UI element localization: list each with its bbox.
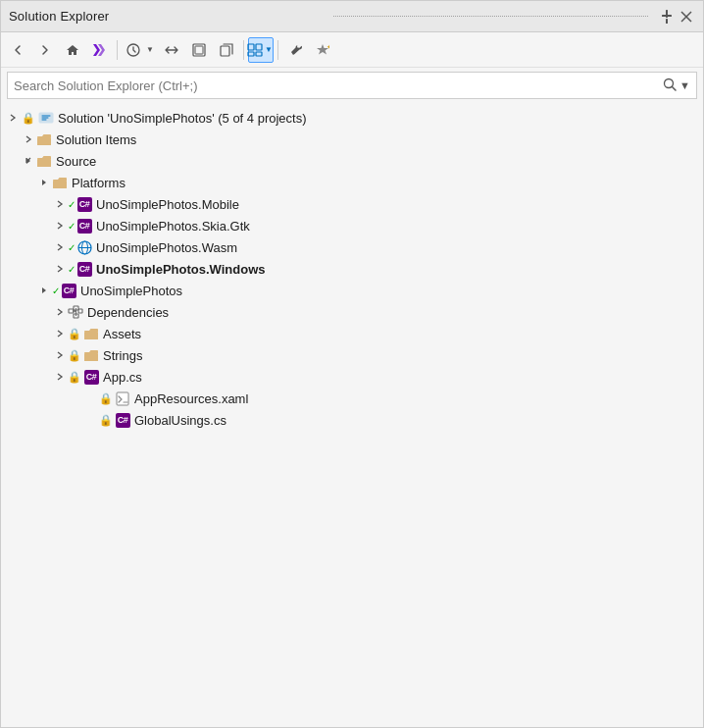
- svg-rect-26: [78, 309, 82, 313]
- auto-button[interactable]: ✦: [310, 37, 335, 63]
- app-resources-label: AppResources.xaml: [134, 391, 248, 406]
- history-dropdown-arrow: ▼: [144, 45, 156, 54]
- strings-folder-icon: [83, 347, 99, 363]
- global-usings-row[interactable]: 🔒 C# GlobalUsings.cs: [1, 409, 703, 431]
- skia-expand[interactable]: [52, 218, 68, 234]
- skia-check-icon: ✓: [68, 221, 75, 232]
- svg-rect-12: [256, 52, 262, 56]
- title-bar-text: Solution Explorer: [9, 9, 324, 24]
- platforms-folder-icon: [52, 175, 68, 190]
- source-expand[interactable]: [21, 153, 36, 169]
- solution-items-folder-icon: [36, 131, 52, 147]
- assets-row[interactable]: 🔒 Assets: [1, 323, 703, 344]
- history-dropdown[interactable]: ▼: [122, 37, 157, 63]
- uno-expand[interactable]: [36, 283, 52, 298]
- svg-rect-29: [84, 353, 98, 361]
- assets-expand[interactable]: [52, 326, 68, 341]
- windows-row[interactable]: ✓ C# UnoSimplePhotos.Windows: [1, 258, 703, 280]
- svg-text:✦: ✦: [327, 44, 329, 50]
- view-toggle-dropdown[interactable]: ▼: [248, 37, 274, 63]
- home-button[interactable]: [60, 37, 85, 63]
- wasm-globe-icon: [76, 239, 92, 255]
- svg-rect-8: [221, 46, 229, 56]
- platforms-row[interactable]: Platforms: [1, 172, 703, 193]
- solution-explorer-panel: Solution Explorer: [0, 0, 704, 728]
- uno-label: UnoSimplePhotos: [80, 284, 182, 298]
- solution-items-expand[interactable]: [21, 131, 36, 147]
- strings-label: Strings: [103, 348, 142, 363]
- app-resources-lock-icon: 🔒: [99, 392, 113, 405]
- uno-check-icon: ✓: [52, 286, 60, 296]
- mobile-label: UnoSimplePhotos.Mobile: [96, 197, 239, 212]
- strings-row[interactable]: 🔒 Strings: [1, 344, 703, 366]
- solution-expand-btn[interactable]: [5, 110, 21, 126]
- wasm-row[interactable]: ✓ UnoSimplePhotos.Wasm: [1, 236, 703, 258]
- app-cs-row[interactable]: 🔒 C# App.cs: [1, 366, 703, 388]
- uno-project-row[interactable]: ✓ C# UnoSimplePhotos: [1, 280, 703, 301]
- windows-expand[interactable]: [52, 261, 68, 277]
- deps-expand[interactable]: [52, 304, 68, 320]
- search-input[interactable]: [14, 78, 663, 93]
- close-button[interactable]: [678, 8, 695, 26]
- svg-rect-2: [666, 19, 668, 24]
- platforms-expand[interactable]: [36, 175, 52, 190]
- skia-label: UnoSimplePhotos.Skia.Gtk: [96, 219, 250, 234]
- assets-folder-icon: [83, 326, 99, 341]
- collapse-all-button[interactable]: [186, 37, 212, 63]
- app-cs-lock-icon: 🔒: [68, 371, 81, 384]
- uno-cs-icon: C#: [61, 283, 76, 298]
- svg-rect-28: [84, 332, 98, 339]
- svg-rect-19: [53, 181, 67, 188]
- app-cs-expand[interactable]: [52, 369, 68, 385]
- app-cs-file-icon: C#: [83, 369, 99, 385]
- vs-icon-button[interactable]: [87, 37, 113, 63]
- pin-button[interactable]: [658, 8, 676, 26]
- strings-lock-icon: 🔒: [68, 349, 81, 362]
- toolbar: ▼: [1, 32, 703, 68]
- mobile-row[interactable]: ✓ C# UnoSimplePhotos.Mobile: [1, 193, 703, 215]
- source-folder-icon: [36, 153, 52, 169]
- skia-row[interactable]: ✓ C# UnoSimplePhotos.Skia.Gtk: [1, 215, 703, 236]
- svg-rect-1: [662, 15, 672, 17]
- windows-label: UnoSimplePhotos.Windows: [96, 262, 266, 277]
- global-usings-label: GlobalUsings.cs: [134, 413, 226, 428]
- mobile-check-icon: ✓: [68, 199, 75, 210]
- sync-button[interactable]: [159, 37, 184, 63]
- solution-lock-icon: 🔒: [21, 110, 36, 126]
- app-resources-row[interactable]: 🔒 AppResources.xaml: [1, 388, 703, 409]
- separator-2: [243, 40, 244, 60]
- dependencies-row[interactable]: Dependencies: [1, 301, 703, 323]
- assets-label: Assets: [103, 327, 141, 341]
- svg-rect-7: [195, 46, 203, 54]
- windows-cs-icon: C#: [76, 261, 92, 277]
- mobile-expand[interactable]: [52, 196, 68, 212]
- solution-icon: [38, 110, 54, 126]
- separator-1: [117, 40, 118, 60]
- dependencies-label: Dependencies: [87, 305, 169, 320]
- title-bar-icons: [658, 8, 695, 26]
- show-all-files-button[interactable]: [214, 37, 239, 63]
- source-row[interactable]: Source: [1, 150, 703, 172]
- app-cs-label: App.cs: [103, 370, 142, 385]
- solution-root-item[interactable]: 🔒 Solution 'UnoSimplePhotos' (5 of 4 pro…: [1, 107, 703, 129]
- mobile-cs-icon: C#: [76, 196, 92, 212]
- svg-rect-10: [256, 44, 262, 50]
- forward-button[interactable]: [32, 37, 58, 63]
- tree-area: 🔒 Solution 'UnoSimplePhotos' (5 of 4 pro…: [1, 103, 703, 727]
- svg-rect-17: [37, 137, 51, 145]
- strings-expand[interactable]: [52, 347, 68, 363]
- platforms-label: Platforms: [72, 176, 126, 190]
- global-usings-lock-icon: 🔒: [99, 414, 113, 427]
- back-button[interactable]: [5, 37, 30, 63]
- svg-line-15: [673, 86, 677, 90]
- solution-items-label: Solution Items: [56, 132, 136, 147]
- app-resources-xaml-icon: [115, 390, 130, 406]
- search-options-button[interactable]: ▼: [679, 79, 690, 91]
- svg-rect-18: [37, 159, 51, 167]
- svg-rect-30: [117, 392, 128, 405]
- search-icon: [663, 78, 677, 94]
- solution-items-row[interactable]: Solution Items: [1, 129, 703, 150]
- windows-check-icon: ✓: [68, 264, 75, 275]
- tools-button[interactable]: [282, 37, 308, 63]
- wasm-expand[interactable]: [52, 239, 68, 255]
